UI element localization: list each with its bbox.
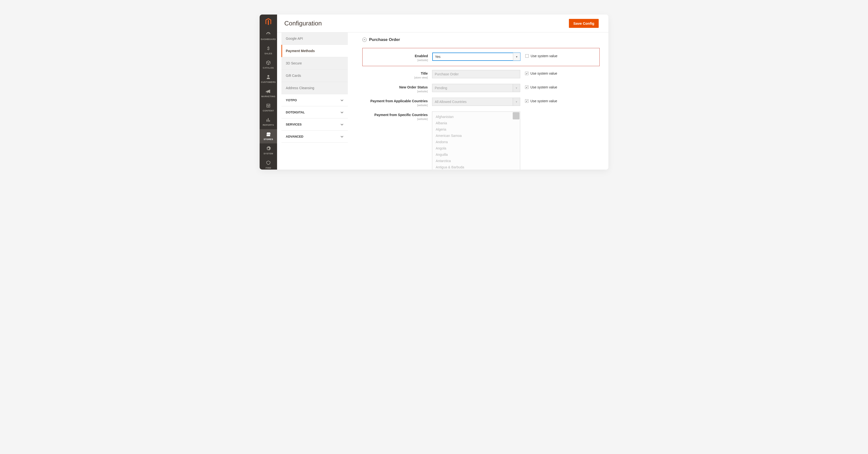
chevron-down-icon: ▼ — [513, 98, 520, 105]
label-specific: Payment from Specific Countries — [374, 113, 428, 117]
applicable-select[interactable]: All Allowed Countries ▼ — [432, 98, 520, 106]
chevron-down-icon — [341, 99, 343, 102]
chevron-down-icon: ▼ — [513, 84, 520, 92]
config-item-payment-methods[interactable]: Payment Methods — [281, 45, 348, 57]
customers-icon — [260, 74, 277, 80]
reports-icon — [260, 117, 277, 123]
nav-content[interactable]: CONTENT — [259, 100, 277, 115]
chevron-down-icon — [341, 123, 343, 126]
partners-icon — [260, 160, 277, 165]
label-applicable: Payment from Applicable Countries — [370, 99, 428, 103]
scope-status: [website] — [362, 90, 428, 93]
config-group-advanced[interactable]: ADVANCED — [281, 130, 348, 143]
specific-countries-multiselect[interactable]: AfghanistanAlbaniaAlgeriaAmerican SamoaA… — [432, 112, 520, 170]
nav-label: SYSTEM — [264, 152, 273, 155]
sales-icon — [260, 46, 277, 51]
config-group-services[interactable]: SERVICES — [281, 118, 348, 130]
config-content: Purchase Order Enabled [website] Yes ▼ — [348, 32, 609, 170]
scope-enabled: [website] — [363, 59, 428, 62]
save-config-button[interactable]: Save Config — [569, 19, 599, 28]
scrollbar-thumb[interactable] — [513, 112, 520, 119]
admin-nav-rail: DASHBOARDSALESCATALOGCUSTOMERSMARKETINGC… — [259, 14, 277, 170]
enabled-select-value: Yes — [435, 55, 440, 59]
nav-label: SALES — [265, 52, 272, 55]
section-purchase-order[interactable]: Purchase Order — [362, 35, 600, 48]
chevron-down-icon — [341, 135, 343, 138]
chevron-down-icon: ▼ — [513, 53, 520, 61]
enabled-select[interactable]: Yes ▼ — [432, 53, 521, 61]
country-option[interactable]: American Samoa — [432, 132, 520, 139]
label-status: New Order Status — [399, 85, 428, 89]
country-option[interactable]: Angola — [432, 145, 520, 151]
stores-icon — [260, 131, 277, 137]
config-item-google-api[interactable]: Google API — [281, 32, 348, 45]
config-item-gift-cards[interactable]: Gift Cards — [281, 69, 348, 82]
nav-partners[interactable]: FIND PARTNERS — [259, 158, 277, 170]
applicable-usv-label: Use system value — [530, 99, 557, 103]
config-group-yotpo[interactable]: YOTPO — [281, 94, 348, 107]
status-select[interactable]: Pending ▼ — [432, 84, 520, 92]
country-option[interactable]: Algeria — [432, 126, 520, 132]
catalog-icon — [260, 60, 277, 65]
collapse-icon — [362, 37, 367, 42]
nav-label: CUSTOMERS — [261, 81, 276, 83]
country-option[interactable]: Albania — [432, 120, 520, 126]
config-group-dotdigital[interactable]: DOTDIGITAL — [281, 107, 348, 118]
enabled-usv-checkbox[interactable] — [525, 54, 529, 58]
group-label: ADVANCED — [286, 135, 304, 138]
group-label: SERVICES — [286, 123, 302, 126]
nav-catalog[interactable]: CATALOG — [259, 58, 277, 72]
group-label: DOTDIGITAL — [286, 111, 305, 114]
nav-system[interactable]: SYSTEM — [259, 144, 277, 158]
nav-stores[interactable]: STORES — [259, 129, 277, 144]
applicable-usv-checkbox[interactable] — [525, 99, 528, 103]
dashboard-icon — [260, 31, 277, 37]
config-item-3d-secure[interactable]: 3D Secure — [281, 57, 348, 69]
config-item-address-cleansing[interactable]: Address Cleansing — [281, 82, 348, 94]
content-icon — [260, 103, 277, 108]
title-input[interactable] — [432, 70, 520, 78]
country-option[interactable]: Afghanistan — [432, 114, 520, 120]
section-title-text: Purchase Order — [369, 37, 400, 42]
nav-sales[interactable]: SALES — [259, 43, 277, 58]
title-usv-label: Use system value — [530, 71, 557, 75]
magento-logo[interactable] — [259, 14, 277, 29]
nav-reports[interactable]: REPORTS — [259, 115, 277, 129]
nav-label: FIND PARTNERS — [262, 167, 275, 170]
nav-label: DASHBOARD — [261, 38, 276, 40]
nav-customers[interactable]: CUSTOMERS — [259, 72, 277, 86]
status-usv-checkbox[interactable] — [525, 86, 528, 89]
scope-specific: [website] — [362, 118, 428, 120]
config-side-menu: Google APIPayment Methods3D SecureGift C… — [277, 32, 348, 170]
group-label: YOTPO — [286, 98, 297, 102]
scope-applicable: [website] — [362, 104, 428, 107]
nav-label: CATALOG — [263, 67, 274, 69]
label-enabled: Enabled — [415, 54, 428, 58]
label-title: Title — [421, 71, 428, 75]
nav-label: MARKETING — [261, 95, 275, 98]
country-option[interactable]: Antarctica — [432, 158, 520, 164]
title-usv-checkbox[interactable] — [525, 72, 528, 75]
page-title: Configuration — [284, 20, 322, 27]
status-usv-label: Use system value — [530, 85, 557, 89]
marketing-icon — [260, 89, 277, 94]
page-header: Configuration Save Config — [277, 14, 609, 32]
country-option[interactable]: Antigua & Barbuda — [432, 164, 520, 170]
country-option[interactable]: Anguilla — [432, 151, 520, 158]
nav-marketing[interactable]: MARKETING — [259, 86, 277, 100]
nav-label: REPORTS — [263, 124, 274, 126]
system-icon — [260, 146, 277, 151]
scope-title: [store view] — [362, 76, 428, 79]
nav-label: CONTENT — [263, 110, 274, 112]
applicable-select-value: All Allowed Countries — [435, 100, 467, 104]
nav-dashboard[interactable]: DASHBOARD — [259, 29, 277, 43]
country-option[interactable]: Andorra — [432, 139, 520, 145]
highlight-box: Enabled [website] Yes ▼ Use system value — [362, 48, 600, 66]
status-select-value: Pending — [435, 86, 447, 90]
nav-label: STORES — [264, 138, 273, 141]
enabled-usv-label: Use system value — [531, 54, 557, 58]
chevron-down-icon — [341, 111, 343, 114]
